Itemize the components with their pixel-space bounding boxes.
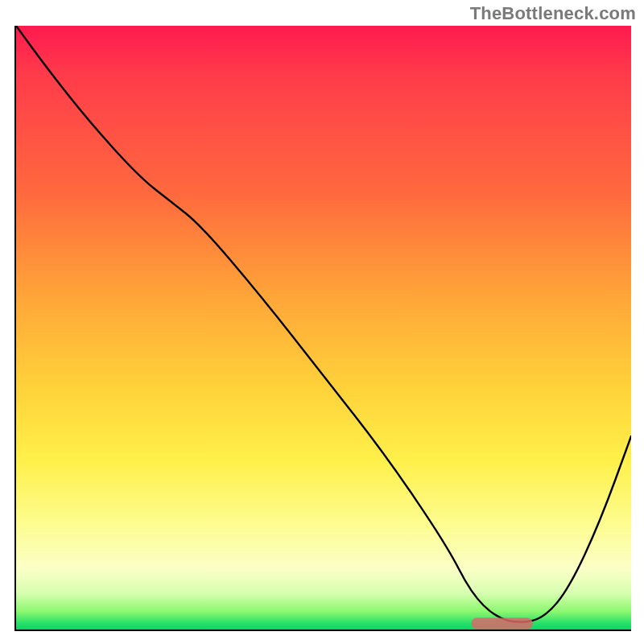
plot-area [14, 26, 631, 631]
bottleneck-curve [16, 26, 631, 630]
chart-root: TheBottleneck.com [0, 0, 644, 644]
optimal-range-marker [471, 618, 532, 630]
watermark-text: TheBottleneck.com [470, 3, 636, 24]
